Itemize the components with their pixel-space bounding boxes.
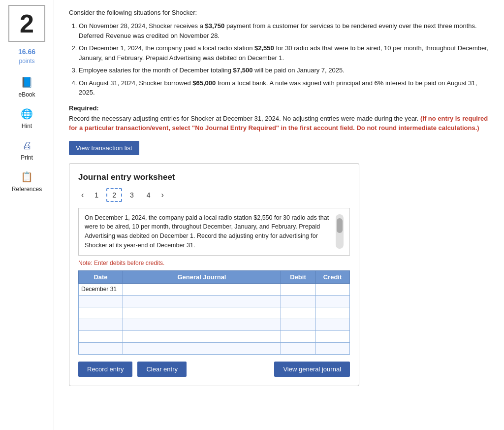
sidebar-item-print[interactable]: 🖨 Print [7, 134, 47, 164]
credit-input[interactable] [318, 286, 347, 293]
button-row: Record entry Clear entry View general jo… [78, 362, 350, 377]
journal-input[interactable] [126, 333, 278, 340]
journal-cell[interactable] [123, 319, 281, 331]
journal-cell[interactable] [123, 295, 281, 307]
table-row [79, 342, 350, 354]
transaction-description-text: On December 1, 2024, the company paid a … [85, 213, 332, 250]
debit-cell[interactable] [281, 331, 315, 342]
print-label: Print [21, 154, 33, 161]
journal-cell[interactable] [123, 331, 281, 342]
header-general-journal: General Journal [123, 270, 281, 283]
journal-input[interactable] [126, 322, 278, 329]
tab-navigation: ‹ 1 2 3 4 › [78, 188, 350, 202]
credit-input[interactable] [318, 333, 347, 340]
debit-input[interactable] [284, 298, 313, 305]
tab-prev-arrow[interactable]: ‹ [78, 190, 87, 200]
credit-input[interactable] [318, 310, 347, 317]
list-item: On August 31, 2024, Shocker borrowed $65… [79, 78, 489, 98]
credit-cell[interactable] [315, 319, 350, 331]
debit-input[interactable] [284, 333, 313, 340]
credit-cell[interactable] [315, 331, 350, 342]
points-label: points [19, 58, 34, 65]
credit-cell[interactable] [315, 342, 350, 354]
ebook-label: eBook [18, 91, 35, 98]
date-cell [79, 295, 123, 307]
table-row [79, 319, 350, 331]
note-text: Note: Enter debits before credits. [78, 260, 350, 266]
references-icon: 📋 [19, 169, 35, 185]
scrollbar[interactable] [336, 214, 344, 249]
journal-entry-worksheet: Journal entry worksheet ‹ 1 2 3 4 › On D… [69, 163, 359, 386]
transaction-description-box: On December 1, 2024, the company paid a … [78, 208, 350, 256]
sidebar-item-references[interactable]: 📋 References [7, 166, 47, 196]
credit-cell[interactable] [315, 307, 350, 319]
debit-cell[interactable] [281, 307, 315, 319]
list-item: On December 1, 2024, the company paid a … [79, 43, 489, 63]
date-cell: December 31 [79, 283, 123, 295]
debit-input[interactable] [284, 310, 313, 317]
journal-table: Date General Journal Debit Credit Decemb… [78, 270, 350, 355]
main-content: Consider the following situations for Sh… [54, 0, 504, 430]
record-entry-button[interactable]: Record entry [78, 362, 132, 377]
required-label: Required: [69, 104, 489, 112]
tab-4[interactable]: 4 [142, 189, 156, 201]
table-row: December 31 [79, 283, 350, 295]
list-item: On November 28, 2024, Shocker receives a… [79, 21, 489, 40]
required-text-normal: Record the necessary adjusting entries f… [69, 115, 420, 122]
header-debit: Debit [281, 270, 315, 283]
credit-cell[interactable] [315, 283, 350, 295]
credit-input[interactable] [318, 298, 347, 305]
tab-1[interactable]: 1 [90, 189, 103, 201]
clear-entry-button[interactable]: Clear entry [137, 362, 187, 377]
sidebar-item-ebook[interactable]: 📘 eBook [7, 71, 47, 101]
tab-next-arrow[interactable]: › [158, 190, 167, 200]
debit-cell[interactable] [281, 283, 315, 295]
sidebar-item-hint[interactable]: 🌐 Hint [7, 103, 47, 132]
debit-cell[interactable] [281, 342, 315, 354]
debit-input[interactable] [284, 345, 313, 352]
hint-label: Hint [22, 123, 32, 130]
journal-input[interactable] [126, 286, 278, 293]
points-value: 16.66 [18, 48, 35, 56]
references-label: References [12, 186, 42, 193]
view-general-journal-button[interactable]: View general journal [274, 362, 350, 377]
worksheet-title: Journal entry worksheet [78, 172, 350, 182]
table-row [79, 307, 350, 319]
debit-cell[interactable] [281, 319, 315, 331]
journal-cell[interactable] [123, 342, 281, 354]
table-row [79, 295, 350, 307]
question-number-box: 2 [8, 5, 45, 42]
credit-input[interactable] [318, 322, 347, 329]
header-credit: Credit [315, 270, 350, 283]
tab-2[interactable]: 2 [106, 188, 122, 202]
journal-cell[interactable] [123, 307, 281, 319]
sidebar: 2 16.66 points 📘 eBook 🌐 Hint 🖨 Print 📋 … [0, 0, 54, 430]
date-cell [79, 342, 123, 354]
header-date: Date [79, 270, 123, 283]
situation-list: On November 28, 2024, Shocker receives a… [79, 21, 489, 98]
debit-input[interactable] [284, 322, 313, 329]
question-number: 2 [20, 9, 34, 38]
table-row [79, 331, 350, 342]
journal-input[interactable] [126, 345, 278, 352]
intro-text: Consider the following situations for Sh… [69, 9, 489, 16]
credit-input[interactable] [318, 345, 347, 352]
journal-cell[interactable] [123, 283, 281, 295]
view-transaction-button[interactable]: View transaction list [69, 141, 139, 155]
debit-input[interactable] [284, 286, 313, 293]
tab-3[interactable]: 3 [125, 189, 139, 201]
credit-cell[interactable] [315, 295, 350, 307]
hint-icon: 🌐 [19, 106, 35, 122]
print-icon: 🖨 [19, 137, 35, 153]
journal-input[interactable] [126, 310, 278, 317]
ebook-icon: 📘 [19, 74, 35, 90]
debit-cell[interactable] [281, 295, 315, 307]
date-cell [79, 319, 123, 331]
journal-input[interactable] [126, 298, 278, 305]
list-item: Employee salaries for the month of Decem… [79, 66, 489, 75]
required-text: Record the necessary adjusting entries f… [69, 114, 489, 133]
date-cell [79, 331, 123, 342]
date-cell [79, 307, 123, 319]
